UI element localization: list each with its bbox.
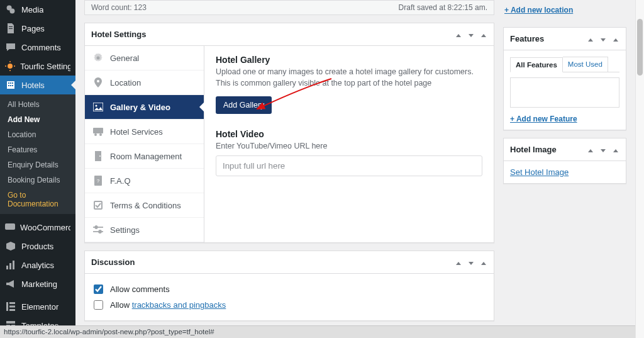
add-new-location-link[interactable]: + Add new location xyxy=(504,6,573,14)
sidebar-item-products[interactable]: Products xyxy=(0,237,75,256)
sidebar-item-media[interactable]: Media xyxy=(0,0,75,19)
hs-tab-gallery-video[interactable]: Gallery & Video xyxy=(85,95,204,120)
subitem-features[interactable]: Features xyxy=(0,142,75,157)
svg-rect-33 xyxy=(93,128,103,133)
svg-text:?: ? xyxy=(97,178,100,184)
move-down-icon[interactable] xyxy=(599,33,607,45)
bus-icon xyxy=(92,126,104,137)
svg-rect-14 xyxy=(10,85,11,86)
move-up-icon[interactable] xyxy=(455,256,462,268)
media-icon xyxy=(5,4,16,15)
move-up-icon[interactable] xyxy=(587,33,594,45)
video-description: Enter YouTube/Vimeo URL here xyxy=(216,140,482,152)
hotel-image-body: Set Hotel Image xyxy=(504,161,626,183)
sidebar-item-woocommerce[interactable]: WooCommerce xyxy=(0,218,75,237)
svg-point-35 xyxy=(99,133,102,136)
hs-tab-settings[interactable]: Settings xyxy=(85,218,204,242)
gallery-description: Upload one or many images to create a ho… xyxy=(216,66,482,89)
features-tab-most-used[interactable]: Most Used xyxy=(563,57,608,72)
toggle-icon[interactable] xyxy=(612,144,619,155)
move-up-icon[interactable] xyxy=(587,144,594,155)
panel-head[interactable]: Features xyxy=(504,28,626,50)
allow-pingbacks-checkbox[interactable] xyxy=(94,300,103,310)
sidebar-item-pages[interactable]: Pages xyxy=(0,19,75,38)
sidebar-item-label: Products xyxy=(21,242,53,251)
sidebar-item-hotels[interactable]: Hotels xyxy=(0,76,75,94)
hs-tab-location[interactable]: Location xyxy=(85,70,204,95)
subitem-enquiry-details[interactable]: Enquiry Details xyxy=(0,157,75,172)
allow-comments-checkbox[interactable] xyxy=(94,284,103,294)
add-gallery-button[interactable]: Add Gallery xyxy=(216,96,272,114)
sidebar-item-label: WooCommerce xyxy=(20,223,70,232)
hs-tab-room-management[interactable]: Room Management xyxy=(85,144,204,169)
svg-point-43 xyxy=(95,226,97,228)
toggle-icon[interactable] xyxy=(612,33,619,45)
gallery-heading: Hotel Gallery xyxy=(216,55,482,65)
features-tab-all[interactable]: All Features xyxy=(510,57,563,72)
chart-icon xyxy=(5,259,16,271)
move-down-icon[interactable] xyxy=(599,144,607,155)
sliders-icon xyxy=(92,224,104,235)
svg-rect-3 xyxy=(9,28,13,29)
video-url-input[interactable] xyxy=(216,155,482,176)
sidebar-item-comments[interactable]: Comments xyxy=(0,38,75,57)
svg-point-37 xyxy=(99,155,101,157)
sidebar-submenu-hotels: All Hotels Add New Location Features Enq… xyxy=(0,94,75,214)
sidebar-item-tourfic-settings[interactable]: Tourfic Settings xyxy=(0,57,75,76)
sidebar-item-analytics[interactable]: Analytics xyxy=(0,256,75,274)
gear-icon xyxy=(92,52,104,64)
svg-rect-19 xyxy=(13,261,14,269)
panel-head[interactable]: Hotel Settings xyxy=(85,23,494,46)
wp-admin-sidebar: Media Pages Comments Tourfic Settings Ho… xyxy=(0,0,75,338)
sidebar-item-label: Analytics xyxy=(21,261,54,270)
toggle-icon[interactable] xyxy=(480,28,487,40)
panel-head[interactable]: Hotel Image xyxy=(504,138,626,161)
svg-rect-24 xyxy=(6,321,15,324)
allow-comments-row[interactable]: Allow comments xyxy=(91,283,487,296)
door-icon xyxy=(92,150,104,162)
trackbacks-link[interactable]: trackbacks and pingbacks xyxy=(132,300,226,310)
page-icon xyxy=(5,23,16,34)
set-hotel-image-link[interactable]: Set Hotel Image xyxy=(510,167,569,177)
hs-tab-label: General xyxy=(110,54,139,63)
move-up-icon[interactable] xyxy=(455,28,462,40)
allow-pingbacks-row[interactable]: Allow trackbacks and pingbacks xyxy=(91,298,487,312)
subitem-all-hotels[interactable]: All Hotels xyxy=(0,97,75,112)
sidebar-item-label: Tourfic Settings xyxy=(20,62,70,71)
hs-tab-faq[interactable]: ? F.A.Q xyxy=(85,169,204,193)
panel-title: Features xyxy=(510,34,544,43)
discussion-panel: Discussion Allow comments Allow trackbac… xyxy=(84,251,494,321)
window-scrollbar[interactable] xyxy=(635,0,644,338)
editor-footer-bar: Word count: 123 Draft saved at 8:22:15 a… xyxy=(84,0,494,15)
hs-tab-general[interactable]: General xyxy=(85,46,204,70)
features-checklist[interactable] xyxy=(510,77,619,108)
subitem-add-new[interactable]: Add New xyxy=(0,112,75,127)
faq-icon: ? xyxy=(92,175,104,186)
woo-icon xyxy=(5,222,15,233)
svg-rect-18 xyxy=(9,263,11,269)
hs-tab-label: Gallery & Video xyxy=(110,103,170,112)
sidebar-item-label: Hotels xyxy=(21,81,45,90)
panel-head[interactable]: Discussion xyxy=(85,251,494,274)
hs-tab-label: Hotel Services xyxy=(110,127,163,137)
autosave-status: Draft saved at 8:22:15 am. xyxy=(399,3,487,12)
check-icon xyxy=(92,200,104,211)
move-down-icon[interactable] xyxy=(467,256,475,268)
allow-comments-label: Allow comments xyxy=(110,284,170,294)
horn-icon xyxy=(5,278,16,290)
sidebar-item-label: Media xyxy=(21,5,43,14)
toggle-icon[interactable] xyxy=(480,256,487,268)
add-new-feature-link[interactable]: + Add new Feature xyxy=(510,115,577,123)
panel-tools xyxy=(455,28,487,40)
hs-tab-terms[interactable]: Terms & Conditions xyxy=(85,193,204,218)
subitem-go-documentation[interactable]: Go to Documentation xyxy=(0,188,75,211)
hotel-settings-body: General Location Gallery & Video Hotel S… xyxy=(85,46,494,242)
hs-tab-label: F.A.Q xyxy=(110,176,131,186)
subitem-location[interactable]: Location xyxy=(0,127,75,142)
subitem-booking-details[interactable]: Booking Details xyxy=(0,172,75,188)
hs-tab-hotel-services[interactable]: Hotel Services xyxy=(85,120,204,144)
sidebar-item-elementor[interactable]: Elementor xyxy=(0,297,75,316)
move-down-icon[interactable] xyxy=(467,28,475,40)
scrollbar-thumb[interactable] xyxy=(637,19,643,76)
sidebar-item-marketing[interactable]: Marketing xyxy=(0,274,75,293)
